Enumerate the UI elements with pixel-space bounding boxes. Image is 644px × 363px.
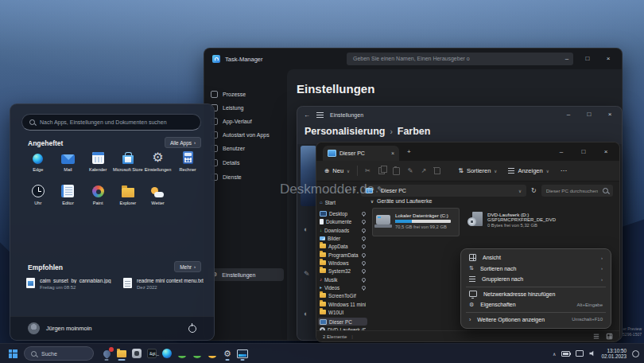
more-button[interactable]: Mehr › <box>174 261 201 272</box>
sidebar-item-bilder[interactable]: Bilder <box>320 234 366 242</box>
explorer-search-input[interactable]: Dieser PC durchsuchen <box>541 185 613 197</box>
battery-icon[interactable] <box>561 351 570 357</box>
explorer-tab[interactable]: Dieser PC × <box>323 146 399 161</box>
start-tile-einstellungen[interactable]: ⚙Einstellungen <box>143 150 173 178</box>
taskbar-edge[interactable] <box>159 345 175 361</box>
tm-nav-app-verlauf[interactable]: App-Verlauf <box>211 115 252 127</box>
network-icon[interactable] <box>576 350 584 357</box>
sidebar-item-appdata[interactable]: AppData <box>320 242 366 250</box>
taskbar-pinned-app[interactable] <box>99 345 114 361</box>
sidebar-item-start[interactable]: ⌂Start <box>320 198 366 206</box>
sidebar-item-windows11mini[interactable]: Windows 11 mini co <box>320 300 366 308</box>
taskbar-edge-canary[interactable] <box>204 345 220 361</box>
volume-icon[interactable] <box>589 350 596 357</box>
start-tile-uhr[interactable]: Uhr <box>23 184 53 211</box>
chevron-down-icon[interactable]: ∨ <box>518 189 522 193</box>
notification-bell-icon[interactable] <box>632 350 639 357</box>
all-apps-button[interactable]: Alle Apps › <box>165 137 201 148</box>
new-button[interactable]: ⊕ Neu ∨ <box>324 167 350 174</box>
start-button[interactable] <box>5 345 21 361</box>
thumbnails-view-icon[interactable] <box>607 334 612 339</box>
taskbar-terminal[interactable]: &gt;_ <box>144 345 160 361</box>
sidebar-item-videos[interactable]: ▸Videos <box>320 283 366 291</box>
close-icon[interactable]: × <box>606 111 614 118</box>
tm-nav-prozesse[interactable]: Prozesse <box>211 88 246 100</box>
tm-nav-autostart[interactable]: Autostart von Apps <box>211 129 270 140</box>
back-icon[interactable]: ← <box>323 187 329 194</box>
cut-icon[interactable]: ✂ <box>365 167 370 174</box>
breadcrumb-parent[interactable]: Personalisierung <box>305 126 385 137</box>
group-header[interactable]: ∨ Geräte und Laufwerke <box>370 198 432 204</box>
taskbar-explorer[interactable] <box>114 345 130 361</box>
back-icon[interactable]: ← <box>304 111 310 119</box>
user-avatar[interactable] <box>28 322 40 334</box>
recommended-item-2[interactable]: readme mini context menu.txt Dez 2022 <box>123 278 215 290</box>
tm-nav-dienste[interactable]: Dienste <box>211 171 242 182</box>
maximize-icon[interactable]: □ <box>584 56 592 62</box>
start-tile-editor[interactable]: Editor <box>53 184 83 211</box>
context-menu-netzwerkadresse[interactable]: Netzwerkadresse hinzufügen <box>461 289 611 300</box>
recommended-item-1[interactable]: calm_sunset_by_cannabian.jpg Freitag um … <box>26 278 120 290</box>
new-tab-icon[interactable]: + <box>407 148 411 155</box>
forward-icon[interactable]: → <box>334 187 340 194</box>
minimize-icon[interactable]: – <box>557 149 565 155</box>
sidebar-item-screentogif[interactable]: ScreenToGif <box>320 291 366 299</box>
sidebar-item-programdata[interactable]: ProgramData <box>320 251 366 259</box>
tm-nav-leistung[interactable]: Leistung <box>211 102 243 113</box>
view-button[interactable]: Anzeigen ∨ <box>508 167 549 174</box>
maximize-icon[interactable]: □ <box>585 111 593 118</box>
sidebar-item-windows[interactable]: Windows <box>320 259 366 267</box>
sidebar-item-downloads[interactable]: ↓Downloads <box>320 226 366 234</box>
minimize-icon[interactable]: – <box>563 56 571 62</box>
sidebar-item-musik[interactable]: ♪Musik <box>320 275 366 283</box>
chevron-up-icon[interactable]: ∧ <box>553 351 556 357</box>
more-options-icon[interactable]: ⋯ <box>561 167 567 174</box>
minimize-icon[interactable]: – <box>564 111 572 118</box>
sidebar-item-system32[interactable]: System32 <box>320 267 366 275</box>
rename-icon[interactable]: ✎ <box>408 167 413 174</box>
start-tile-mail[interactable]: Mail <box>53 150 83 178</box>
context-menu-gruppieren[interactable]: Gruppieren nach › <box>461 274 611 285</box>
copy-icon[interactable] <box>378 167 385 174</box>
tm-nav-einstellungen[interactable]: ⚙ Einstellungen <box>208 268 284 281</box>
taskbar-edge-beta[interactable] <box>174 345 190 361</box>
tm-nav-benutzer[interactable]: Benutzer <box>211 142 245 154</box>
drive-d-item[interactable]: DVD-Laufwerk (D:) GSP1RMCPRXFRER_DE_DVD … <box>464 208 584 236</box>
refresh-icon[interactable]: ↻ <box>531 187 537 194</box>
context-menu-ansicht[interactable]: Ansicht › <box>461 252 611 263</box>
tab-close-icon[interactable]: × <box>391 150 394 156</box>
context-menu-sortieren[interactable]: ⇅ Sortieren nach › <box>461 263 611 275</box>
start-tile-store[interactable]: Microsoft Store <box>113 150 143 178</box>
maximize-icon[interactable]: □ <box>580 149 588 155</box>
settings-menu-icon[interactable] <box>316 115 324 115</box>
taskbar-edge-dev[interactable] <box>189 345 205 361</box>
tm-nav-details[interactable]: Details <box>211 157 239 168</box>
context-menu-eigenschaften[interactable]: ⚙ Eigenschaften Alt+Eingabe <box>461 299 611 310</box>
taskbar-settings[interactable]: ⚙ <box>219 345 235 361</box>
taskbar-clock[interactable]: 13:10:50 02.01.2023 <box>601 348 627 359</box>
start-tile-paint[interactable]: Paint <box>83 184 113 211</box>
share-icon[interactable]: ↗ <box>421 167 427 174</box>
user-name[interactable]: Jürgen moinmoin <box>46 325 92 332</box>
address-breadcrumb[interactable]: › Dieser PC ∨ <box>361 185 526 197</box>
power-icon[interactable] <box>188 325 196 333</box>
chevron-down-icon[interactable]: ∨ <box>345 189 348 193</box>
taskbar-search[interactable]: Suche <box>24 346 94 361</box>
taskbar-snipping-tool[interactable] <box>129 345 145 361</box>
sidebar-item-w10ui[interactable]: W10UI <box>320 308 366 316</box>
details-view-icon[interactable] <box>594 336 599 337</box>
start-tile-rechner[interactable]: Rechner <box>173 150 203 178</box>
close-icon[interactable]: × <box>602 149 610 155</box>
sidebar-item-desktop[interactable]: Desktop <box>320 209 366 217</box>
task-manager-search-input[interactable]: Geben Sie einen Namen, Einen Herausgeber… <box>347 53 573 65</box>
sort-button[interactable]: ⇅ Sortieren ∨ <box>458 167 497 174</box>
delete-icon[interactable] <box>434 168 440 174</box>
context-menu-weitere-optionen[interactable]: › Weitere Optionen anzeigen Umschalt+F10 <box>461 314 611 326</box>
start-search-input[interactable]: Nach Apps, Einstellungen und Dokumenten … <box>21 114 201 131</box>
start-tile-wetter[interactable]: Wetter <box>143 184 173 211</box>
up-icon[interactable]: ↑ <box>353 187 356 194</box>
paste-icon[interactable] <box>393 167 400 175</box>
sidebar-item-dokumente[interactable]: Dokumente <box>320 217 366 225</box>
sidebar-item-dieser-pc[interactable]: Dieser PC <box>318 318 367 326</box>
taskbar-task-manager[interactable] <box>235 345 250 361</box>
